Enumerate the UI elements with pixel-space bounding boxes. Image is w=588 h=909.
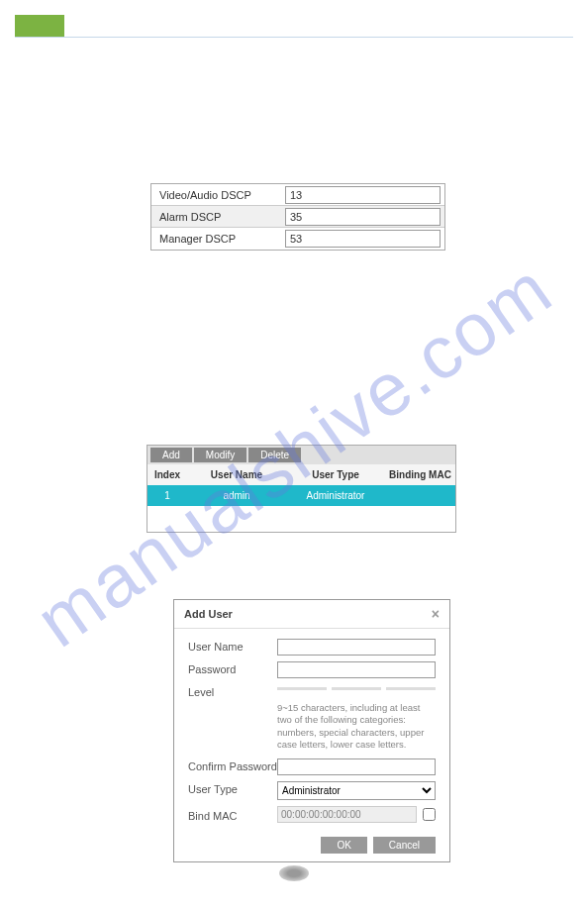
password-input[interactable] bbox=[277, 661, 436, 678]
table-empty-space bbox=[147, 506, 455, 532]
password-hint: 9~15 characters, including at least two … bbox=[277, 702, 436, 751]
video-audio-dscp-input[interactable] bbox=[285, 186, 441, 204]
header-username: User Name bbox=[187, 464, 286, 485]
close-icon[interactable]: × bbox=[432, 606, 440, 622]
form-row-confirm: Confirm Password bbox=[188, 758, 436, 775]
dialog-body: User Name Password Level 9~15 characters… bbox=[174, 629, 449, 861]
usertype-label: User Type bbox=[188, 781, 277, 795]
dialog-title: Add User bbox=[184, 608, 233, 620]
dialog-header: Add User × bbox=[174, 600, 449, 629]
confirm-password-input[interactable] bbox=[277, 758, 436, 775]
usertype-select[interactable]: Administrator bbox=[277, 781, 436, 800]
username-label: User Name bbox=[188, 639, 277, 653]
page-header-divider bbox=[15, 37, 573, 38]
level-bar bbox=[332, 687, 381, 690]
modify-button[interactable]: Modify bbox=[194, 448, 246, 462]
alarm-dscp-input[interactable] bbox=[285, 208, 441, 226]
user-management-table: Add Modify Delete Index User Name User T… bbox=[147, 445, 456, 533]
form-row-bindmac: Bind MAC bbox=[188, 806, 436, 823]
cell-username: admin bbox=[187, 485, 286, 506]
cell-mac bbox=[385, 485, 455, 506]
add-user-dialog: Add User × User Name Password Level 9~15… bbox=[173, 599, 450, 862]
add-button[interactable]: Add bbox=[150, 448, 192, 462]
bindmac-checkbox[interactable] bbox=[423, 808, 436, 821]
form-row-username: User Name bbox=[188, 639, 436, 656]
ok-button[interactable]: OK bbox=[321, 837, 366, 854]
manager-dscp-input[interactable] bbox=[285, 230, 441, 248]
cell-index: 1 bbox=[147, 485, 187, 506]
level-bar bbox=[386, 687, 436, 690]
dscp-row-video-audio: Video/Audio DSCP bbox=[151, 184, 444, 206]
form-row-password: Password bbox=[188, 661, 436, 678]
user-table-header: Index User Name User Type Binding MAC bbox=[147, 464, 455, 485]
table-row[interactable]: 1 admin Administrator bbox=[147, 485, 455, 506]
dscp-label: Alarm DSCP bbox=[151, 211, 285, 223]
user-toolbar: Add Modify Delete bbox=[147, 446, 455, 464]
cell-usertype: Administrator bbox=[286, 485, 385, 506]
confirm-password-label: Confirm Password bbox=[188, 758, 277, 772]
password-label: Password bbox=[188, 661, 277, 675]
page-number-indicator bbox=[279, 865, 309, 881]
dialog-footer: OK Cancel bbox=[188, 829, 436, 854]
form-row-usertype: User Type Administrator bbox=[188, 781, 436, 800]
dscp-row-manager: Manager DSCP bbox=[151, 228, 444, 250]
bindmac-input[interactable] bbox=[277, 806, 417, 823]
level-bar bbox=[277, 687, 327, 690]
level-label: Level bbox=[188, 684, 277, 698]
dscp-label: Video/Audio DSCP bbox=[151, 189, 285, 201]
cancel-button[interactable]: Cancel bbox=[373, 837, 436, 854]
dscp-label: Manager DSCP bbox=[151, 233, 285, 245]
password-strength-meter bbox=[277, 684, 436, 690]
dscp-row-alarm: Alarm DSCP bbox=[151, 206, 444, 228]
page-header-accent bbox=[15, 15, 64, 37]
header-binding-mac: Binding MAC bbox=[385, 464, 455, 485]
username-input[interactable] bbox=[277, 639, 436, 656]
header-usertype: User Type bbox=[286, 464, 385, 485]
header-index: Index bbox=[147, 464, 187, 485]
dscp-settings-table: Video/Audio DSCP Alarm DSCP Manager DSCP bbox=[150, 183, 445, 251]
delete-button[interactable]: Delete bbox=[248, 448, 301, 462]
bindmac-label: Bind MAC bbox=[188, 808, 277, 822]
form-row-level: Level bbox=[188, 684, 436, 698]
